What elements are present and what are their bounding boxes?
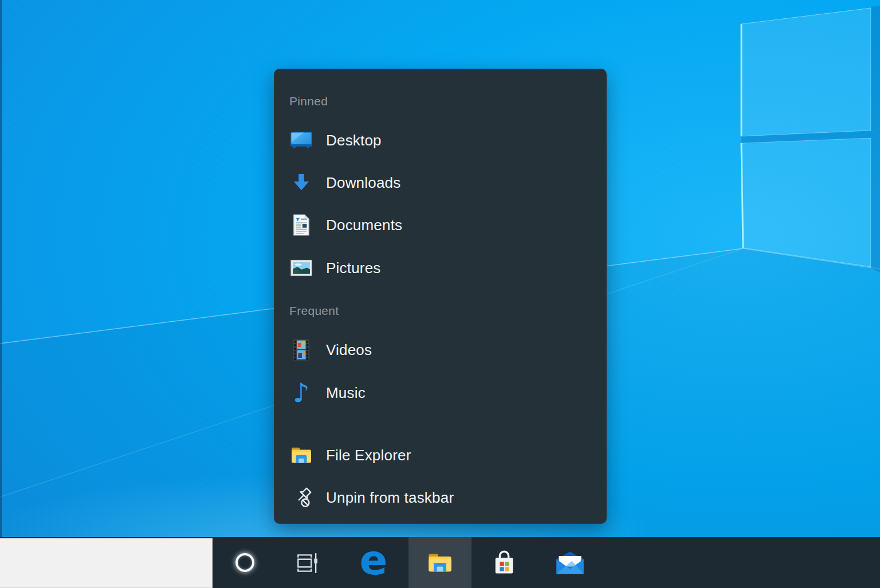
downloads-icon (289, 172, 314, 194)
jumplist-item-file-explorer[interactable]: File Explorer (274, 434, 602, 476)
jumplist-item-label: Documents (326, 216, 402, 234)
cortana-icon (235, 553, 254, 572)
music-icon: ♪ (289, 380, 314, 406)
jumplist-item-desktop[interactable]: Desktop (274, 119, 602, 161)
taskbar-button-cortana[interactable] (217, 537, 272, 588)
taskbar-button-mail[interactable] (543, 537, 598, 588)
jumplist-item-label: Videos (326, 341, 372, 359)
jumplist-item-label: Desktop (326, 132, 382, 149)
file-explorer-jumplist: Pinned Desktop (274, 69, 607, 524)
jumplist-item-label: Music (326, 384, 366, 402)
edge-icon: e (360, 544, 388, 577)
taskbar-button-store[interactable] (477, 537, 532, 588)
task-view-icon (294, 550, 320, 576)
mail-icon (555, 550, 585, 575)
desktop-icon (289, 131, 314, 150)
store-icon (490, 549, 518, 577)
jumplist-item-downloads[interactable]: Downloads (274, 161, 602, 204)
documents-icon (289, 214, 314, 236)
desktop: Pinned Desktop (0, 0, 880, 588)
videos-icon (289, 338, 314, 361)
pictures-icon (289, 259, 314, 277)
unpin-icon (289, 486, 314, 509)
jumplist-item-pictures[interactable]: Pictures (274, 247, 602, 289)
file-explorer-icon (289, 445, 314, 465)
taskbar-button-task-view[interactable] (280, 537, 335, 588)
screen-left-edge (0, 0, 2, 588)
jumplist-item-documents[interactable]: Documents (274, 204, 602, 246)
jumplist-item-unpin[interactable]: Unpin from taskbar (274, 476, 602, 519)
jumplist-item-label: File Explorer (326, 447, 411, 464)
taskbar-search-input[interactable] (0, 538, 213, 588)
jumplist-item-videos[interactable]: Videos (274, 329, 602, 371)
jumplist-section-header-pinned: Pinned (289, 80, 328, 123)
jumplist-item-label: Unpin from taskbar (326, 489, 454, 507)
file-explorer-icon (426, 551, 454, 574)
jumplist-item-label: Downloads (326, 174, 400, 192)
jumplist-item-music[interactable]: ♪ Music (274, 372, 602, 414)
taskbar: e (0, 537, 880, 588)
jumplist-section-header-frequent: Frequent (289, 290, 339, 332)
jumplist-item-label: Pictures (326, 259, 381, 277)
taskbar-button-edge[interactable]: e (346, 537, 401, 588)
taskbar-button-file-explorer[interactable] (408, 537, 472, 588)
